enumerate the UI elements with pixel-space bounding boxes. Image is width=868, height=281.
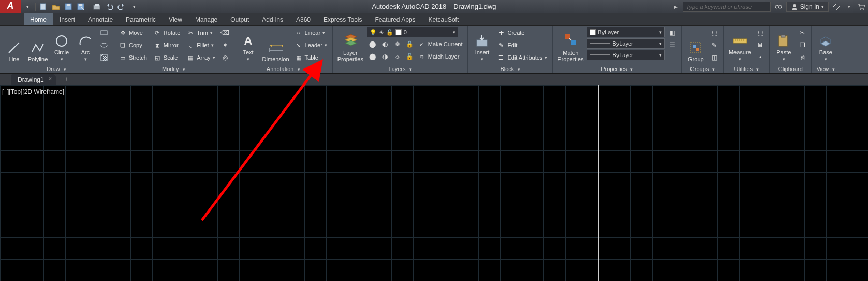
- panel-clipboard-title[interactable]: Clipboard: [773, 65, 808, 73]
- infocenter-icon[interactable]: [774, 2, 783, 11]
- exchange-dropdown[interactable]: ▾: [844, 2, 854, 11]
- layer-isolate-icon[interactable]: ◐: [379, 38, 391, 50]
- plot-icon[interactable]: [92, 2, 101, 11]
- quick-calc-icon[interactable]: 🖩: [755, 39, 766, 51]
- panel-modify-title[interactable]: Modify ▾: [116, 65, 231, 73]
- undo-icon[interactable]: [105, 2, 114, 11]
- open-icon[interactable]: [51, 2, 61, 11]
- close-icon[interactable]: ×: [47, 76, 53, 82]
- erase-icon[interactable]: ⌫: [219, 27, 231, 38]
- layer-unlock-icon[interactable]: 🔓: [404, 51, 416, 62]
- color-combobox[interactable]: ByLayer ▾: [587, 27, 665, 37]
- tab-a360[interactable]: A360: [290, 13, 317, 25]
- match-layer-button[interactable]: ≋Match Layer: [417, 51, 462, 62]
- arc-button[interactable]: Arc▾: [75, 27, 96, 62]
- lineweight-combobox[interactable]: ByLayer ▾: [587, 38, 665, 49]
- tab-annotate[interactable]: Annotate: [82, 13, 120, 25]
- qat-dropdown-icon[interactable]: ▾: [23, 2, 32, 11]
- qat-more-icon[interactable]: ▾: [129, 2, 139, 11]
- layer-on-icon[interactable]: ⬤: [367, 51, 378, 62]
- mirror-button[interactable]: ⧗Mirror: [151, 39, 182, 51]
- panel-utilities-title[interactable]: Utilities ▾: [727, 65, 766, 73]
- list-icon[interactable]: ☰: [667, 39, 678, 51]
- layer-properties-button[interactable]: Layer Properties: [336, 27, 365, 62]
- paste-button[interactable]: Paste▾: [773, 27, 795, 62]
- help-dropdown-icon[interactable]: ▸: [672, 3, 680, 10]
- tab-manage[interactable]: Manage: [189, 13, 224, 25]
- move-button[interactable]: ✥Move: [116, 27, 149, 38]
- panel-properties-title[interactable]: Properties ▾: [556, 65, 678, 73]
- group-button[interactable]: Group: [685, 27, 707, 62]
- tab-parametric[interactable]: Parametric: [120, 13, 163, 25]
- app-logo[interactable]: A: [0, 0, 21, 13]
- transparency-icon[interactable]: ◧: [667, 27, 678, 38]
- explode-icon[interactable]: ✶: [219, 39, 231, 51]
- edit-attributes-button[interactable]: ☰Edit Attributes ▾: [495, 52, 549, 63]
- edit-button[interactable]: ✎Edit: [495, 39, 549, 51]
- leader-button[interactable]: ↘Leader ▾: [292, 39, 329, 51]
- measure-button[interactable]: Measure▾: [727, 27, 753, 62]
- stretch-button[interactable]: ▭Stretch: [116, 52, 149, 63]
- create-button[interactable]: ✚Create: [495, 27, 549, 38]
- tab-insert[interactable]: Insert: [53, 13, 82, 25]
- hatch-icon[interactable]: [98, 52, 110, 63]
- polyline-button[interactable]: Polyline: [27, 27, 49, 62]
- tab-output[interactable]: Output: [224, 13, 256, 25]
- signin-button[interactable]: Sign In ▾: [786, 2, 829, 12]
- base-button[interactable]: Base▾: [815, 27, 836, 62]
- tab-view[interactable]: View: [163, 13, 189, 25]
- tab-ketcausoft[interactable]: KetcauSoft: [422, 13, 466, 25]
- tab-addins[interactable]: Add-ins: [256, 13, 290, 25]
- linetype-combobox[interactable]: ByLayer ▾: [587, 50, 665, 60]
- copy-button[interactable]: ❏Copy: [116, 39, 149, 51]
- table-button[interactable]: ▦Table: [292, 52, 329, 63]
- point-icon[interactable]: •: [755, 52, 766, 63]
- insert-button[interactable]: Insert▾: [471, 27, 493, 62]
- layer-freeze-icon[interactable]: ❄: [392, 38, 403, 50]
- new-tab-button[interactable]: ＋: [60, 74, 73, 84]
- panel-layers-title[interactable]: Layers ▾: [336, 65, 465, 73]
- viewport-label[interactable]: [–][Top][2D Wireframe]: [2, 88, 64, 95]
- cart-icon[interactable]: [857, 2, 866, 11]
- fillet-button[interactable]: ◟Fillet ▾: [184, 39, 217, 51]
- match-properties-button[interactable]: Match Properties: [556, 27, 585, 62]
- layer-off-icon[interactable]: ⬤: [367, 38, 378, 50]
- layer-thaw-icon[interactable]: ☼: [392, 51, 403, 62]
- layer-unisolate-icon[interactable]: ◑: [379, 51, 391, 62]
- array-button[interactable]: ▦Array ▾: [184, 52, 217, 63]
- saveas-icon[interactable]: [76, 2, 85, 11]
- tab-express-tools[interactable]: Express Tools: [317, 13, 369, 25]
- panel-block-title[interactable]: Block ▾: [471, 65, 549, 73]
- dimension-button[interactable]: Dimension: [261, 27, 290, 62]
- trim-button[interactable]: ✂Trim ▾: [184, 27, 217, 38]
- layer-combobox[interactable]: 💡 ☀ 🔓 0 ▾: [367, 27, 458, 37]
- linear-button[interactable]: ↔Linear ▾: [292, 27, 329, 38]
- text-button[interactable]: A Text▾: [238, 27, 259, 62]
- search-input[interactable]: [683, 2, 771, 12]
- new-icon[interactable]: [39, 2, 48, 11]
- select-all-icon[interactable]: ⬚: [755, 27, 766, 38]
- ungroup-icon[interactable]: ⬚: [709, 27, 720, 38]
- panel-groups-title[interactable]: Groups ▾: [685, 65, 720, 73]
- line-button[interactable]: Line: [3, 27, 25, 62]
- make-current-button[interactable]: ✓Make Current: [417, 38, 465, 50]
- tab-featured-apps[interactable]: Featured Apps: [369, 13, 422, 25]
- layer-lock-button-icon[interactable]: 🔒: [404, 38, 416, 50]
- exchange-icon[interactable]: [832, 2, 841, 11]
- save-icon[interactable]: [64, 2, 73, 11]
- copy-clip-icon[interactable]: ❐: [797, 39, 808, 51]
- redo-icon[interactable]: [117, 2, 126, 11]
- offset-icon[interactable]: ◎: [219, 52, 231, 63]
- drawing-area[interactable]: [–][Top][2D Wireframe]: [0, 85, 868, 281]
- panel-annotation-title[interactable]: Annotation ▾: [238, 65, 329, 73]
- circle-button[interactable]: Circle▾: [51, 27, 72, 62]
- group-select-icon[interactable]: ◫: [709, 52, 720, 63]
- scale-button[interactable]: ◱Scale: [151, 52, 182, 63]
- cut-icon[interactable]: ✂: [797, 27, 808, 38]
- ellipse-icon[interactable]: [98, 39, 110, 51]
- panel-draw-title[interactable]: Draw ▾: [3, 65, 110, 73]
- document-tab[interactable]: Drawing1 ×: [11, 74, 56, 85]
- rectangle-icon[interactable]: [98, 27, 110, 38]
- tab-home[interactable]: Home: [24, 13, 53, 25]
- copy-base-icon[interactable]: ⎘: [797, 52, 808, 63]
